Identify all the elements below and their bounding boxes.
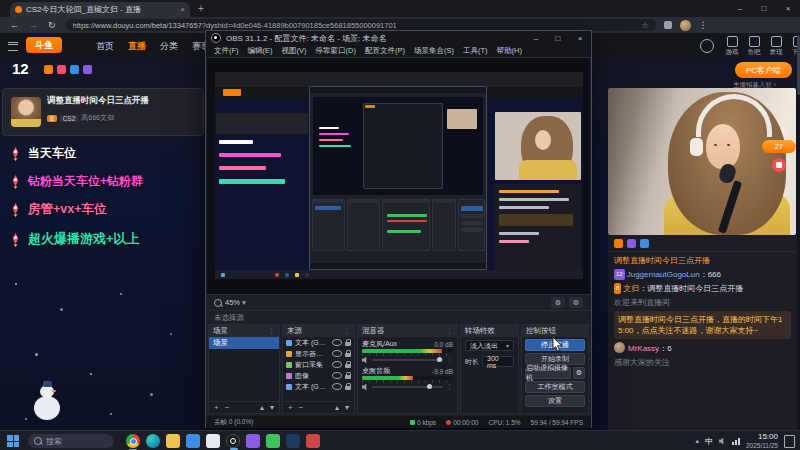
- speaker-icon[interactable]: [362, 357, 369, 364]
- forward-icon[interactable]: →: [29, 20, 38, 30]
- source-item[interactable]: 文本 (GDI+): [283, 381, 354, 392]
- app-taskbar-icon[interactable]: [306, 434, 320, 448]
- ime-indicator[interactable]: 中: [705, 436, 713, 447]
- channel-menu-icon[interactable]: ⋮: [446, 356, 453, 364]
- remove-source-button[interactable]: −: [299, 403, 304, 412]
- user-avatar[interactable]: [700, 39, 714, 53]
- rank-chip[interactable]: [640, 239, 649, 248]
- lock-icon[interactable]: [345, 386, 351, 390]
- mail-taskbar-icon[interactable]: [186, 434, 200, 448]
- network-icon[interactable]: [732, 438, 740, 445]
- dock-menu-icon[interactable]: ⋮: [268, 327, 275, 335]
- source-item[interactable]: 图像: [283, 370, 354, 381]
- explorer-taskbar-icon[interactable]: [166, 434, 180, 448]
- visibility-eye-icon[interactable]: [332, 383, 342, 390]
- menu-file[interactable]: 文件(F): [214, 46, 239, 56]
- preview-zoom-control[interactable]: 45%: [225, 298, 240, 307]
- chat-username[interactable]: 文归: [623, 284, 639, 293]
- nav-category[interactable]: 分类: [160, 40, 178, 53]
- menu-profile[interactable]: 配置文件(P): [365, 46, 405, 56]
- streamer-card[interactable]: 调整直播时间今日三点开播 8 CS2 高666文归: [2, 88, 204, 136]
- browser-menu-icon[interactable]: ⋮: [699, 20, 708, 30]
- chat-message[interactable]: 12JuggernautGogoLun：666: [614, 269, 791, 280]
- taskbar-clock[interactable]: 15:00 2025/11/25: [746, 433, 778, 450]
- visibility-eye-icon[interactable]: [332, 361, 342, 368]
- douyu-logo[interactable]: 斗鱼: [26, 37, 62, 53]
- notification-center-icon[interactable]: [784, 435, 795, 448]
- channel-menu-icon[interactable]: ⋮: [446, 383, 453, 391]
- virtual-camera-config-button[interactable]: ⚙: [573, 367, 585, 379]
- add-source-button[interactable]: +: [288, 403, 293, 412]
- obs-taskbar-icon[interactable]: [226, 434, 240, 448]
- bell-icon[interactable]: [70, 65, 79, 74]
- extensions-icon[interactable]: [664, 21, 672, 29]
- taskbar-search[interactable]: 搜索: [28, 434, 114, 448]
- chat-username[interactable]: MrKassy: [628, 344, 659, 353]
- pc-client-button[interactable]: PC客户端: [735, 62, 792, 78]
- clock-icon[interactable]: [83, 65, 92, 74]
- obs-title-bar[interactable]: OBS 31.1.2 - 配置文件: 未命名 - 场景: 未命名 – □ ×: [206, 31, 591, 45]
- obs-close-button[interactable]: ×: [569, 31, 591, 45]
- hamburger-menu-icon[interactable]: [8, 42, 18, 51]
- steam-taskbar-icon[interactable]: [286, 434, 300, 448]
- start-button[interactable]: [7, 435, 19, 447]
- chat-username[interactable]: JuggernautGogoLun: [627, 270, 700, 279]
- source-item[interactable]: 显示器采集: [283, 348, 354, 359]
- header-item-discover[interactable]: 发现: [766, 36, 786, 57]
- nav-live[interactable]: 直播: [128, 40, 146, 53]
- preview-settings-button[interactable]: ⚙: [551, 297, 565, 308]
- menu-tools[interactable]: 工具(T): [463, 46, 488, 56]
- header-item-yuba[interactable]: 鱼吧: [744, 36, 764, 57]
- menu-docks[interactable]: 停靠窗口(D): [316, 46, 356, 56]
- duration-spinner[interactable]: 300 ms: [482, 356, 514, 367]
- volume-slider[interactable]: [372, 359, 443, 361]
- gift-icon[interactable]: [44, 65, 53, 74]
- dock-menu-icon[interactable]: ⋮: [446, 327, 453, 335]
- edge-taskbar-icon[interactable]: [146, 434, 160, 448]
- virtual-camera-button[interactable]: 启动虚拟摄像机: [525, 367, 571, 379]
- dock-menu-icon[interactable]: ⋮: [343, 327, 350, 335]
- back-icon[interactable]: ←: [10, 20, 19, 30]
- source-up-button[interactable]: ▴: [335, 403, 339, 412]
- chrome-taskbar-icon[interactable]: [126, 434, 140, 448]
- refresh-icon[interactable]: ↻: [48, 20, 56, 30]
- new-tab-button[interactable]: +: [198, 3, 204, 14]
- visibility-eye-icon[interactable]: [332, 372, 342, 379]
- menu-view[interactable]: 视图(V): [282, 46, 307, 56]
- tray-expand-icon[interactable]: ▴: [695, 437, 699, 445]
- menu-edit[interactable]: 编辑(E): [248, 46, 273, 56]
- transition-select[interactable]: 淡入淡出▾: [465, 340, 514, 351]
- app-taskbar-icon[interactable]: [246, 434, 260, 448]
- visibility-eye-icon[interactable]: [332, 339, 342, 346]
- lock-icon[interactable]: [345, 364, 351, 368]
- browser-profile-avatar[interactable]: [680, 20, 691, 31]
- source-item[interactable]: 文本 (GDI+): [283, 337, 354, 348]
- volume-slider[interactable]: [372, 386, 443, 388]
- chat-message[interactable]: 8文归：调整直播时间今日三点开播: [614, 283, 791, 294]
- bookmark-star-icon[interactable]: ☆: [641, 21, 648, 30]
- scene-up-button[interactable]: ▴: [260, 403, 264, 412]
- studio-mode-button[interactable]: 工作室模式: [525, 381, 585, 393]
- source-item[interactable]: 窗口采集: [283, 359, 354, 370]
- scene-down-button[interactable]: ▾: [270, 403, 274, 412]
- chat-gift-message[interactable]: MrKassy：6: [614, 342, 791, 354]
- wechat-taskbar-icon[interactable]: [266, 434, 280, 448]
- preview-settings-button[interactable]: ⚙: [569, 297, 583, 308]
- obs-maximize-button[interactable]: □: [547, 31, 569, 45]
- scene-item[interactable]: 场景: [209, 337, 279, 349]
- add-scene-button[interactable]: +: [214, 403, 219, 412]
- window-minimize-button[interactable]: –: [728, 0, 752, 16]
- window-close-button[interactable]: ×: [776, 0, 800, 16]
- browser-tab[interactable]: CS2今日大轮回_直椒文归 - 直播 ×: [10, 2, 190, 17]
- menu-help[interactable]: 帮助(H): [497, 46, 522, 56]
- obs-preview[interactable]: [207, 58, 590, 294]
- settings-button[interactable]: 设置: [525, 395, 585, 407]
- volume-icon[interactable]: [719, 438, 726, 445]
- menu-scene-collection[interactable]: 场景集合(S): [414, 46, 454, 56]
- app-taskbar-icon[interactable]: [206, 434, 220, 448]
- lock-icon[interactable]: [345, 375, 351, 379]
- remove-scene-button[interactable]: −: [225, 403, 230, 412]
- activity-badge[interactable]: 27: [762, 140, 796, 153]
- heart-icon[interactable]: [57, 65, 66, 74]
- window-maximize-button[interactable]: □: [752, 0, 776, 16]
